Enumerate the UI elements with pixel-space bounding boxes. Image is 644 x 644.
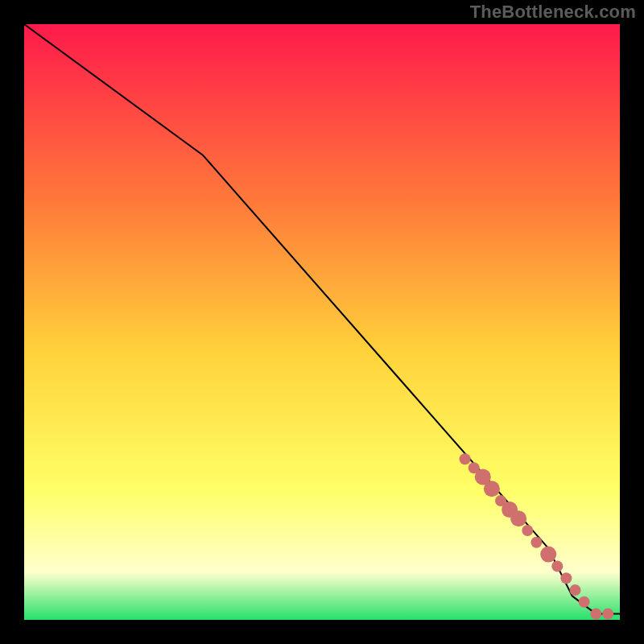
- chart-svg: [24, 24, 620, 620]
- marker-point: [460, 453, 471, 464]
- marker-point: [551, 560, 563, 572]
- watermark-text: TheBottleneck.com: [470, 2, 636, 23]
- marker-point: [530, 537, 542, 548]
- marker-point: [510, 510, 526, 526]
- marker-point: [602, 609, 613, 620]
- marker-point: [540, 547, 556, 563]
- marker-point: [590, 609, 601, 620]
- plot-area: [24, 24, 620, 620]
- marker-point: [484, 481, 500, 497]
- marker-point: [579, 597, 590, 608]
- chart-frame: TheBottleneck.com: [0, 0, 644, 644]
- marker-point: [560, 572, 572, 584]
- marker-point: [522, 525, 533, 536]
- marker-point: [569, 584, 580, 596]
